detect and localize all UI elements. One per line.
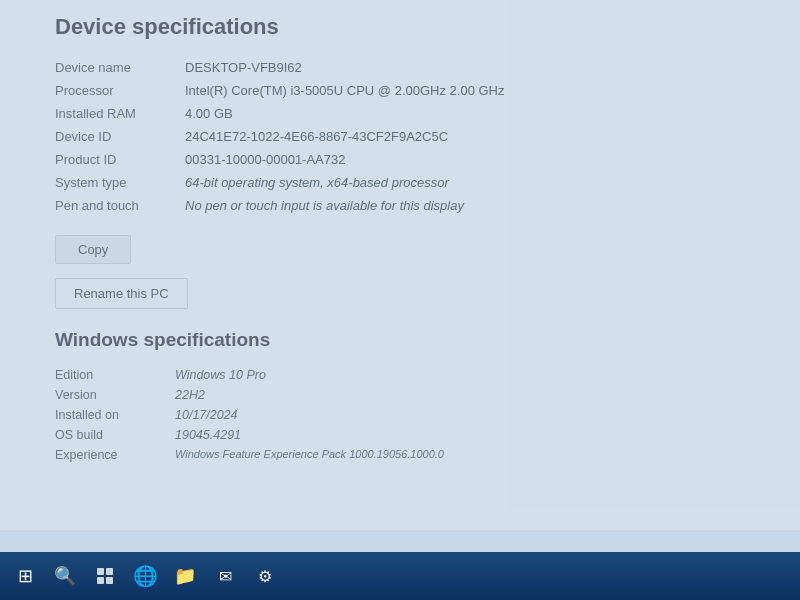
device-specs-title: Device specifications <box>55 10 760 40</box>
device-id-label: Device ID <box>55 125 185 148</box>
edition-value: Windows 10 Pro <box>175 365 760 385</box>
file-explorer-icon[interactable]: 📁 <box>168 559 202 593</box>
table-row: Product ID 00331-10000-00001-AA732 <box>55 148 760 171</box>
windows-specs-table: Edition Windows 10 Pro Version 22H2 Inst… <box>55 365 760 465</box>
os-build-value: 19045.4291 <box>175 425 760 445</box>
device-specs-table: Device name DESKTOP-VFB9I62 Processor In… <box>55 56 760 217</box>
table-row: OS build 19045.4291 <box>55 425 760 445</box>
pen-touch-label: Pen and touch <box>55 194 185 217</box>
main-content: Device specifications Device name DESKTO… <box>0 0 800 530</box>
windows-specs-title: Windows specifications <box>55 329 760 351</box>
svg-rect-3 <box>106 577 113 584</box>
mail-icon[interactable]: ✉ <box>208 559 242 593</box>
settings-icon[interactable]: ⚙ <box>248 559 282 593</box>
processor-label: Processor <box>55 79 185 102</box>
table-row: Version 22H2 <box>55 385 760 405</box>
version-label: Version <box>55 385 175 405</box>
experience-label: Experience <box>55 445 175 465</box>
start-button[interactable]: ⊞ <box>8 559 42 593</box>
installed-ram-label: Installed RAM <box>55 102 185 125</box>
device-id-value: 24C41E72-1022-4E66-8867-43CF2F9A2C5C <box>185 125 760 148</box>
svg-rect-2 <box>97 577 104 584</box>
system-type-label: System type <box>55 171 185 194</box>
table-row: Installed RAM 4.00 GB <box>55 102 760 125</box>
svg-rect-0 <box>97 568 104 575</box>
table-row: Experience Windows Feature Experience Pa… <box>55 445 760 465</box>
product-id-value: 00331-10000-00001-AA732 <box>185 148 760 171</box>
rename-pc-button[interactable]: Rename this PC <box>55 278 188 309</box>
experience-value: Windows Feature Experience Pack 1000.190… <box>175 445 760 465</box>
table-row: Edition Windows 10 Pro <box>55 365 760 385</box>
version-value: 22H2 <box>175 385 760 405</box>
task-view-icon[interactable] <box>88 559 122 593</box>
table-row: Device name DESKTOP-VFB9I62 <box>55 56 760 79</box>
device-name-label: Device name <box>55 56 185 79</box>
system-type-value: 64-bit operating system, x64-based proce… <box>185 171 760 194</box>
edge-browser-icon[interactable]: 🌐 <box>128 559 162 593</box>
installed-on-value: 10/17/2024 <box>175 405 760 425</box>
pen-touch-value: No pen or touch input is available for t… <box>185 194 760 217</box>
search-icon[interactable]: 🔍 <box>48 559 82 593</box>
device-name-value: DESKTOP-VFB9I62 <box>185 56 760 79</box>
table-row: Pen and touch No pen or touch input is a… <box>55 194 760 217</box>
table-row: Processor Intel(R) Core(TM) i3-5005U CPU… <box>55 79 760 102</box>
table-row: Installed on 10/17/2024 <box>55 405 760 425</box>
copy-button[interactable]: Copy <box>55 235 131 264</box>
taskbar: ⊞ 🔍 🌐 📁 ✉ ⚙ <box>0 552 800 600</box>
os-build-label: OS build <box>55 425 175 445</box>
product-id-label: Product ID <box>55 148 185 171</box>
table-row: Device ID 24C41E72-1022-4E66-8867-43CF2F… <box>55 125 760 148</box>
edition-label: Edition <box>55 365 175 385</box>
installed-on-label: Installed on <box>55 405 175 425</box>
table-row: System type 64-bit operating system, x64… <box>55 171 760 194</box>
installed-ram-value: 4.00 GB <box>185 102 760 125</box>
svg-rect-1 <box>106 568 113 575</box>
processor-value: Intel(R) Core(TM) i3-5005U CPU @ 2.00GHz… <box>185 79 760 102</box>
